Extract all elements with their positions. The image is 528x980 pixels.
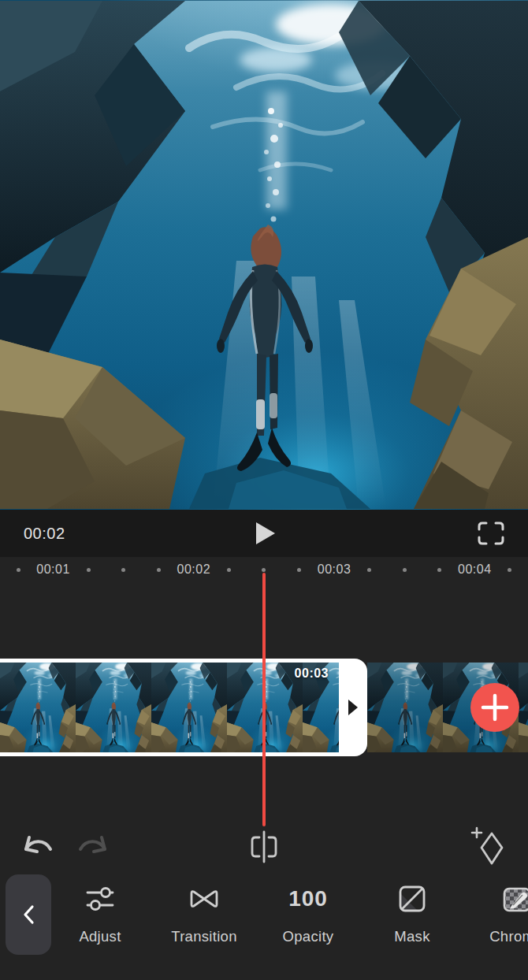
- toolbar-item-transition[interactable]: Transition: [152, 881, 256, 945]
- ruler-dot: [437, 568, 441, 572]
- toolbar-item-mask[interactable]: Mask: [360, 881, 464, 945]
- adjust-sliders-icon: [82, 881, 118, 917]
- undo-button[interactable]: [19, 830, 57, 863]
- ruler-dot: [403, 568, 407, 572]
- redo-icon: [76, 833, 110, 860]
- chevron-left-icon: [21, 904, 35, 925]
- play-icon: [255, 521, 276, 546]
- toolbar-label: Chroma: [489, 928, 528, 945]
- ruler-dot: [227, 568, 231, 572]
- fullscreen-button[interactable]: [478, 522, 504, 545]
- clip-thumbnail: [151, 663, 227, 752]
- fullscreen-icon: [478, 522, 504, 545]
- toolbar-label: Opacity: [283, 928, 334, 945]
- toolbar-label: Mask: [394, 928, 429, 945]
- add-clip-plus-icon: [481, 693, 509, 722]
- toolbar-items: Adjust Transition 100 Opacity: [48, 881, 528, 945]
- clip-thumbnail: [76, 663, 151, 752]
- mask-icon: [394, 881, 430, 917]
- ruler-dot: [262, 568, 266, 572]
- clip-trim-handle-right[interactable]: [339, 659, 367, 756]
- ruler-dot: [121, 568, 125, 572]
- current-time: 00:02: [24, 510, 65, 557]
- clip-thumbnail: [519, 663, 528, 752]
- clip-duration-badge: 00:03: [295, 666, 329, 681]
- toolbar-item-opacity[interactable]: 100 Opacity: [256, 881, 360, 945]
- split-clip-icon: [246, 830, 282, 864]
- toolbar-item-adjust[interactable]: Adjust: [48, 881, 152, 945]
- ruler-label: 00:04: [458, 562, 491, 577]
- toolbar-label: Transition: [171, 928, 237, 945]
- undo-icon: [21, 833, 54, 860]
- video-editor-screen: 00:02 00:01 00:02 00:03 00:04: [0, 0, 528, 980]
- add-keyframe-icon: [470, 826, 509, 868]
- split-clip-button[interactable]: [245, 829, 283, 865]
- trim-handle-arrow-icon: [348, 699, 359, 716]
- ruler-dot: [157, 568, 161, 572]
- opacity-value: 100: [288, 881, 328, 917]
- underwater-diver-frame: [0, 0, 528, 510]
- back-button[interactable]: [6, 874, 51, 955]
- play-button[interactable]: [253, 521, 278, 546]
- playback-bar: 00:02: [0, 510, 528, 557]
- toolbar-item-chroma[interactable]: Chroma: [464, 881, 528, 945]
- toolbar-label: Adjust: [79, 928, 121, 945]
- add-clip-button[interactable]: [470, 683, 519, 732]
- transition-bowtie-icon: [186, 881, 222, 917]
- clip-thumbnail: [367, 663, 443, 752]
- add-keyframe-button[interactable]: [470, 826, 509, 868]
- video-preview[interactable]: [0, 0, 528, 510]
- ruler-dot: [17, 568, 20, 572]
- redo-button[interactable]: [74, 830, 112, 863]
- clip-thumbnail: [0, 663, 76, 752]
- ruler-label: 00:02: [177, 562, 210, 577]
- ruler-label: 00:01: [37, 562, 70, 577]
- playhead: [262, 573, 266, 826]
- clip-thumbnails: [0, 663, 339, 752]
- ruler-dot: [87, 568, 91, 572]
- ruler-dot: [367, 568, 371, 572]
- bottom-toolbar: Adjust Transition 100 Opacity: [0, 867, 528, 980]
- ruler-label: 00:03: [318, 562, 351, 577]
- chroma-key-icon: [498, 881, 528, 917]
- ruler-dot: [297, 568, 301, 572]
- ruler-dot: [508, 568, 511, 572]
- selected-clip[interactable]: 00:03: [0, 659, 367, 756]
